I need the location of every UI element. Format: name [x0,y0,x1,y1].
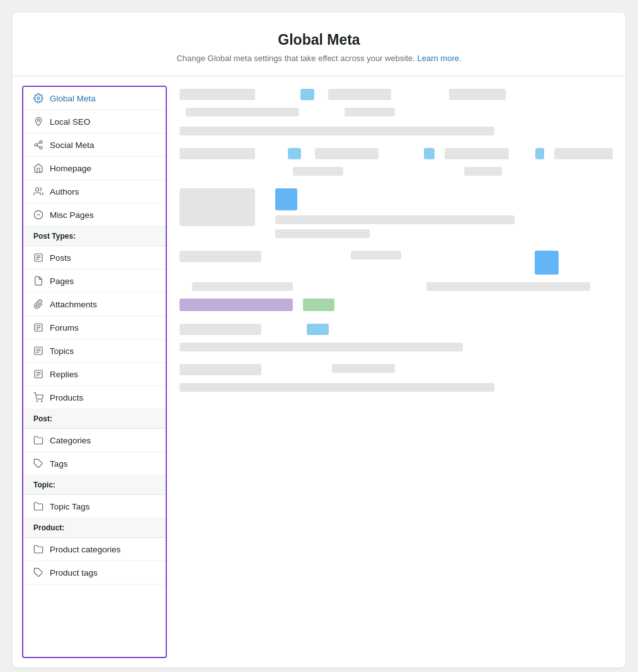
content-block-1 [179,89,613,135]
content-block-2 [179,148,613,176]
sidebar-item-label: Topics [50,346,156,356]
attachment-icon [33,299,43,309]
product-folder-icon [33,544,43,554]
sidebar-item-products[interactable]: Products [23,386,166,409]
sidebar-item-label: Tags [50,459,156,469]
svg-point-2 [40,140,42,143]
sidebar-item-replies[interactable]: Replies [23,363,166,386]
sidebar-item-social-meta[interactable]: Social Meta [23,134,166,157]
users-icon [33,186,43,196]
page-title: Global Meta [25,31,613,48]
tag-icon [33,458,43,469]
sidebar-item-homepage[interactable]: Homepage [23,157,166,180]
sidebar-item-categories[interactable]: Categories [23,429,166,452]
sidebar-item-label: Forums [50,323,156,333]
sidebar-item-label: Misc Pages [50,210,156,220]
svg-line-6 [37,142,40,144]
sidebar-item-label: Global Meta [50,94,156,103]
topic-folder-icon [33,501,43,511]
content-block-3 [179,188,613,238]
folder-icon [33,435,43,445]
sidebar-item-posts[interactable]: Posts [23,246,166,270]
sidebar-item-authors[interactable]: Authors [23,180,166,203]
sidebar-item-label: Attachments [50,300,156,309]
svg-point-1 [37,119,39,121]
content-area: Global Meta Local SEO [13,76,625,668]
page-subtitle: Change Global meta settings that take ef… [25,54,613,63]
cart-icon [33,392,43,402]
sidebar-item-label: Posts [50,253,156,263]
sidebar-item-pages[interactable]: Pages [23,270,166,293]
learn-more-link[interactable]: Learn more [417,54,459,63]
topic-section-header: Topic: [23,476,166,495]
content-block-5 [179,324,613,351]
sidebar-item-product-tags[interactable]: Product tags [23,561,166,584]
sidebar-item-label: Pages [50,276,156,286]
sidebar-item-label: Social Meta [50,140,156,150]
sidebar-item-label: Product tags [50,568,156,578]
svg-point-3 [35,144,37,146]
home-icon [33,163,43,173]
topics-icon [33,346,43,356]
page-icon [33,276,43,286]
svg-point-0 [37,97,40,100]
sidebar-item-topics[interactable]: Topics [23,339,166,363]
forums-icon [33,322,43,333]
content-block-6 [179,364,613,392]
product-section-header: Product: [23,518,166,538]
sidebar: Global Meta Local SEO [22,86,167,658]
content-block-4 [179,251,613,311]
sidebar-item-global-meta[interactable]: Global Meta [23,87,166,110]
sidebar-item-attachments[interactable]: Attachments [23,293,166,316]
sidebar-item-misc-pages[interactable]: Misc Pages [23,203,166,227]
product-tag-icon [33,567,43,578]
share-icon [33,140,43,150]
sidebar-item-tags[interactable]: Tags [23,452,166,476]
location-icon [33,117,43,127]
sidebar-item-label: Topic Tags [50,502,156,511]
svg-point-7 [35,188,38,191]
sidebar-item-label: Homepage [50,164,156,173]
svg-point-4 [40,147,42,149]
sidebar-item-label: Categories [50,436,156,445]
sidebar-item-forums[interactable]: Forums [23,316,166,339]
post-types-section-header: Post Types: [23,227,166,246]
sidebar-item-label: Products [50,393,156,402]
main-content-area [167,76,625,668]
gear-icon [33,93,43,103]
page-header: Global Meta Change Global meta settings … [13,13,625,76]
sidebar-item-product-categories[interactable]: Product categories [23,538,166,561]
svg-point-27 [42,401,42,401]
sidebar-item-label: Replies [50,370,156,379]
sidebar-item-label: Authors [50,187,156,196]
sidebar-item-local-seo[interactable]: Local SEO [23,110,166,134]
svg-point-26 [37,401,37,401]
sidebar-item-label: Local SEO [50,117,156,127]
main-container: Global Meta Change Global meta settings … [13,13,625,668]
sidebar-item-label: Product categories [50,545,156,554]
sidebar-item-topic-tags[interactable]: Topic Tags [23,495,166,518]
circle-dash-icon [33,210,43,220]
svg-line-5 [37,145,40,147]
post-section-header: Post: [23,409,166,429]
doc-icon [33,253,43,263]
replies-icon [33,369,43,379]
